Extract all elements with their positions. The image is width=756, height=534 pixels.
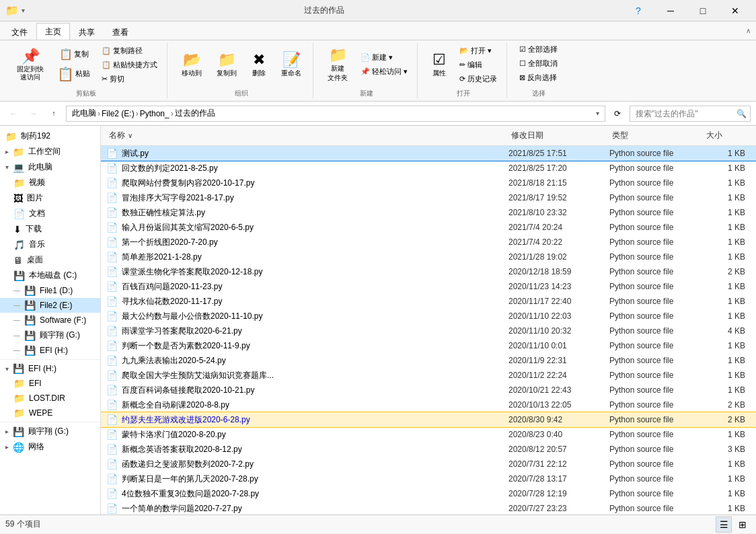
picture-icon: 🖼	[13, 193, 23, 204]
table-row[interactable]: 📄一个简单的数学问题2020-7-27.py2020/7/27 23:23Pyt…	[101, 501, 756, 514]
sidebar-item-workspace[interactable]: ▸ 📁 工作空间	[0, 144, 100, 159]
tab-file[interactable]: 文件	[3, 24, 36, 40]
back-button[interactable]: ←	[5, 106, 22, 122]
table-row[interactable]: 📄数独正确性核定算法.py2021/8/10 23:32Python sourc…	[101, 205, 756, 220]
cut-button[interactable]: ✂ 剪切	[98, 73, 161, 85]
col-size-header[interactable]: 大小	[704, 128, 751, 143]
sidebar-item-wepe[interactable]: 📁 WEPE	[0, 406, 100, 420]
tab-share[interactable]: 共享	[70, 24, 104, 40]
edit-button[interactable]: ✏ 编辑	[455, 59, 501, 71]
rename-button[interactable]: 📝 重命名	[275, 44, 307, 85]
close-button[interactable]: ✕	[720, 0, 751, 22]
sidebar-item-video[interactable]: 📁 视频	[0, 175, 100, 190]
table-row[interactable]: 📄蒙特卡洛求门值2020-8-20.py2020/8/23 0:40Python…	[101, 427, 756, 442]
table-row[interactable]: 📄冒泡排序大写字母2021-8-17.py2021/8/17 19:52Pyth…	[101, 190, 756, 205]
select-all-button[interactable]: ☑ 全部选择	[515, 43, 562, 56]
table-row[interactable]: 📄课堂派生物化学答案爬取2020-12-18.py2020/12/18 18:5…	[101, 264, 756, 279]
sidebar-item-picture[interactable]: 🖼 图片	[0, 190, 100, 206]
address-path[interactable]: 此电脑 › File2 (E:) › Python_ › 过去的作品 ▾	[66, 106, 605, 122]
delete-button[interactable]: ✖ 删除	[245, 44, 272, 85]
grid-view-button[interactable]: ⊞	[734, 517, 751, 533]
pin-button[interactable]: 📌 固定到快速访问	[11, 44, 50, 85]
sidebar-item-gugg[interactable]: ─ 💾 顾宇翔 (G:)	[0, 328, 100, 343]
new-item-button[interactable]: 📄 新建 ▾	[356, 51, 412, 64]
maximize-button[interactable]: □	[687, 0, 718, 22]
expand-icon: ▸	[5, 428, 9, 435]
paste-label: 粘贴	[75, 69, 90, 79]
path-dropdown-arrow[interactable]: ▾	[596, 110, 599, 117]
search-input[interactable]	[630, 106, 751, 122]
file-type: Python source file	[609, 267, 704, 276]
tab-home[interactable]: 主页	[36, 23, 70, 40]
pin-icon: 📌	[22, 48, 40, 65]
select-none-button[interactable]: ☐ 全部取消	[515, 57, 562, 70]
col-name-header[interactable]: 名称 ∨	[106, 128, 508, 143]
sidebar-label: 顾宇翔 (G:)	[28, 426, 69, 437]
col-date-header[interactable]: 修改日期	[508, 128, 609, 143]
table-row[interactable]: 📄回文数的判定2021-8-25.py2021/8/25 17:20Python…	[101, 161, 756, 176]
sidebar-item-filee[interactable]: ─ 💾 File2 (E:)	[0, 298, 100, 313]
up-button[interactable]: ↑	[46, 106, 62, 122]
copy-button[interactable]: 📋 复制	[52, 46, 95, 63]
refresh-button[interactable]: ⟳	[609, 106, 626, 122]
minimize-button[interactable]: ─	[655, 0, 686, 22]
table-row[interactable]: 📄约瑟夫生死游戏改进版2020-6-28.py2020/8/30 9:42Pyt…	[101, 412, 756, 427]
sidebar-item-download[interactable]: ⬇ 下载	[0, 221, 100, 237]
invert-select-button[interactable]: ⊠ 反向选择	[515, 71, 561, 84]
sidebar-item-lostdir[interactable]: 📁 LOST.DIR	[0, 391, 100, 406]
file-type: Python source file	[609, 385, 704, 395]
paste-button[interactable]: 📋 粘贴	[52, 64, 95, 84]
properties-button[interactable]: ☑ 属性	[426, 44, 453, 85]
sidebar-item-efih[interactable]: ─ 💾 EFI (H:)	[0, 343, 100, 358]
table-row[interactable]: 📄判断某日是一年的第几天2020-7-28.py2020/7/28 13:17P…	[101, 471, 756, 486]
help-button[interactable]: ?	[623, 0, 654, 22]
table-row[interactable]: 📄测试.py2021/8/25 17:51Python source file1…	[101, 146, 756, 161]
disk2-icon: 💾	[24, 285, 36, 296]
table-row[interactable]: 📄寻找水仙花数2020-11-17.py2020/11/17 22:40Pyth…	[101, 294, 756, 309]
table-row[interactable]: 📄雨课堂学习答案爬取2020-6-21.py2020/11/10 20:32Py…	[101, 323, 756, 338]
sidebar-item-thispc[interactable]: ▾ 💻 此电脑	[0, 159, 100, 175]
file-type: Python source file	[609, 400, 704, 410]
sidebar-item-zhiyao192[interactable]: 📁 制药192	[0, 128, 100, 144]
table-row[interactable]: 📄新概念英语答案获取2020-8-12.py2020/8/12 20:57Pyt…	[101, 442, 756, 457]
table-row[interactable]: 📄判断一个数是否为素数2020-11-9.py2020/11/10 0:01Py…	[101, 338, 756, 353]
open-button[interactable]: 📂 打开 ▾	[455, 44, 501, 57]
table-row[interactable]: 📄4位数独不重复3位数问题2020-7-28.py2020/7/28 12:19…	[101, 486, 756, 501]
sidebar-item-filed[interactable]: ─ 💾 File1 (D:)	[0, 283, 100, 298]
file-date: 2020/11/10 20:32	[508, 326, 609, 336]
sidebar-item-desktop[interactable]: 🖥 桌面	[0, 252, 100, 268]
list-view-button[interactable]: ☰	[716, 517, 732, 533]
table-row[interactable]: 📄函数递归之斐波那契数列2020-7-2.py2020/7/31 22:12Py…	[101, 457, 756, 471]
sidebar-item-document[interactable]: 📄 文档	[0, 206, 100, 221]
table-row[interactable]: 📄百度百科词条链接爬取2020-10-21.py2020/10/21 22:43…	[101, 383, 756, 397]
easy-access-button[interactable]: 📌 轻松访问 ▾	[356, 65, 412, 78]
history-button[interactable]: ⟳ 历史记录	[455, 73, 501, 85]
table-row[interactable]: 📄输入月份返回其英文缩写2020-6-5.py2021/7/4 20:24Pyt…	[101, 220, 756, 235]
new-folder-button[interactable]: 📁 新建文件夹	[322, 44, 354, 85]
table-row[interactable]: 📄爬取网站付费复制内容2020-10-17.py2021/8/18 21:15P…	[101, 176, 756, 190]
table-row[interactable]: 📄简单差形2021-1-28.py2021/1/28 19:02Python s…	[101, 250, 756, 264]
table-row[interactable]: 📄第一个折线图2020-7-20.py2021/7/4 20:22Python …	[101, 235, 756, 250]
copy-path-button[interactable]: 📋 复制路径	[98, 44, 161, 57]
file-type: Python source file	[609, 178, 704, 188]
paste-shortcut-button[interactable]: 📋 粘贴快捷方式	[98, 59, 161, 71]
tab-view[interactable]: 查看	[104, 24, 137, 40]
table-row[interactable]: 📄九九乘法表输出2020-5-24.py2020/11/9 22:31Pytho…	[101, 353, 756, 368]
sidebar-item-efih2[interactable]: ▾ 💾 EFI (H:)	[0, 361, 100, 376]
sidebar-item-gugg2[interactable]: ▸ 💾 顾宇翔 (G:)	[0, 424, 100, 439]
sidebar-item-network[interactable]: ▸ 🌐 网络	[0, 439, 100, 455]
forward-button[interactable]: →	[26, 106, 42, 122]
table-row[interactable]: 📄爬取全国大学生预防艾滋病知识竞赛题库...2020/11/2 22:24Pyt…	[101, 368, 756, 383]
table-row[interactable]: 📄百钱百鸡问题2020-11-23.py2020/11/23 14:23Pyth…	[101, 279, 756, 294]
move-to-button[interactable]: 📂 移动到	[176, 44, 208, 85]
table-row[interactable]: 📄新概念全自动刷课2020-8-8.py2020/10/13 22:05Pyth…	[101, 397, 756, 412]
col-type-header[interactable]: 类型	[609, 128, 704, 143]
sidebar-label: Software (F:)	[40, 315, 86, 325]
sidebar-item-localc[interactable]: 💾 本地磁盘 (C:)	[0, 268, 100, 283]
ribbon-collapse[interactable]: ∧	[746, 22, 756, 40]
sidebar-item-music[interactable]: 🎵 音乐	[0, 237, 100, 252]
copy-to-button[interactable]: 📁 复制到	[211, 44, 243, 85]
table-row[interactable]: 📄最大公约数与最小公倍数2020-11-10.py2020/11/10 22:0…	[101, 309, 756, 323]
sidebar-item-efi-folder[interactable]: 📁 EFI	[0, 376, 100, 391]
sidebar-item-filef[interactable]: ─ 💾 Software (F:)	[0, 313, 100, 328]
